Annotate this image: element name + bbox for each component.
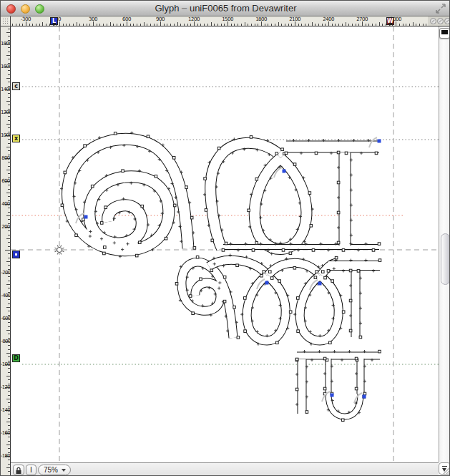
on-curve-point[interactable]	[337, 241, 340, 244]
ruler-option-icon-1[interactable]	[430, 18, 436, 24]
on-curve-point[interactable]	[323, 387, 326, 390]
on-curve-point[interactable]	[337, 151, 340, 154]
on-curve-point[interactable]	[211, 239, 214, 242]
on-curve-point[interactable]	[122, 170, 124, 173]
vertical-ruler[interactable]: 18001600140012001000800600400200-200-400…	[1, 26, 11, 476]
selected-point[interactable]	[363, 395, 366, 399]
on-curve-point[interactable]	[210, 269, 213, 272]
on-curve-point[interactable]	[329, 341, 332, 344]
on-curve-point[interactable]	[185, 186, 188, 189]
on-curve-point[interactable]	[200, 278, 202, 281]
on-curve-point[interactable]	[114, 132, 117, 135]
on-curve-point[interactable]	[193, 247, 196, 250]
on-curve-point[interactable]	[270, 277, 273, 280]
on-curve-point[interactable]	[217, 147, 220, 150]
lock-button[interactable]	[13, 465, 24, 475]
on-curve-point[interactable]	[250, 136, 253, 139]
ruler-option-icon-3[interactable]	[444, 18, 450, 24]
on-curve-point[interactable]	[244, 330, 247, 333]
on-curve-point[interactable]	[147, 135, 150, 138]
on-curve-point[interactable]	[314, 276, 317, 279]
on-curve-point[interactable]	[260, 274, 263, 277]
on-curve-point[interactable]	[172, 157, 175, 160]
on-curve-point[interactable]	[281, 148, 284, 151]
on-curve-point[interactable]	[255, 242, 258, 245]
on-curve-point[interactable]	[175, 283, 178, 286]
on-curve-point[interactable]	[138, 241, 141, 244]
on-curve-point[interactable]	[84, 145, 87, 147]
selected-point[interactable]	[378, 140, 381, 143]
on-curve-point[interactable]	[335, 256, 338, 259]
on-curve-point[interactable]	[378, 259, 381, 262]
glyph-outline-drawing[interactable]	[11, 26, 439, 462]
on-curve-point[interactable]	[375, 152, 378, 155]
on-curve-point[interactable]	[323, 357, 326, 360]
on-curve-point[interactable]	[359, 336, 362, 339]
baseline-marker[interactable]	[12, 251, 20, 258]
on-curve-point[interactable]	[315, 152, 318, 155]
descender-marker[interactable]: D	[12, 354, 20, 362]
selected-point[interactable]	[265, 281, 269, 285]
selected-point[interactable]	[318, 282, 322, 286]
on-curve-point[interactable]	[357, 270, 360, 273]
title-bar[interactable]: Glyph – uniF0065 from Devawriter	[1, 1, 450, 16]
on-curve-point[interactable]	[331, 280, 334, 283]
edit-mode-button[interactable]: I	[26, 465, 36, 475]
on-curve-point[interactable]	[255, 178, 258, 180]
on-curve-point[interactable]	[349, 329, 352, 332]
on-curve-point[interactable]	[263, 271, 265, 273]
on-curve-point[interactable]	[310, 224, 313, 227]
on-curve-point[interactable]	[337, 211, 340, 214]
on-curve-point[interactable]	[316, 271, 318, 273]
on-curve-point[interactable]	[103, 246, 106, 249]
on-curve-point[interactable]	[165, 237, 167, 240]
on-curve-point[interactable]	[297, 297, 300, 300]
on-curve-point[interactable]	[189, 295, 192, 298]
on-curve-point[interactable]	[155, 175, 157, 178]
on-curve-point[interactable]	[349, 299, 352, 302]
on-curve-point[interactable]	[225, 242, 228, 245]
on-curve-point[interactable]	[372, 249, 375, 252]
on-curve-point[interactable]	[135, 254, 138, 257]
horizontal-ruler[interactable]: -300030060090012001500180021002400270030…	[11, 16, 428, 26]
on-curve-point[interactable]	[285, 152, 288, 155]
window-resize-grip[interactable]	[442, 467, 450, 475]
on-curve-point[interactable]	[276, 341, 279, 344]
on-curve-point[interactable]	[141, 205, 144, 208]
properties-panel-icon[interactable]	[439, 28, 450, 39]
on-curve-point[interactable]	[312, 249, 315, 252]
on-curve-point[interactable]	[233, 306, 236, 309]
on-curve-point[interactable]	[248, 209, 250, 212]
selected-point[interactable]	[84, 215, 88, 219]
on-curve-point[interactable]	[275, 152, 278, 155]
on-curve-point[interactable]	[297, 330, 300, 333]
ruler-option-icon-2[interactable]	[437, 18, 444, 24]
selected-point[interactable]	[283, 170, 286, 173]
on-curve-point[interactable]	[237, 336, 240, 339]
on-curve-point[interactable]	[282, 249, 285, 252]
on-curve-point[interactable]	[192, 312, 195, 315]
on-curve-point[interactable]	[337, 181, 340, 184]
on-curve-point[interactable]	[103, 252, 106, 255]
on-curve-point[interactable]	[196, 256, 199, 258]
x-height-marker[interactable]: x	[12, 135, 20, 142]
on-curve-point[interactable]	[268, 271, 271, 273]
on-curve-point[interactable]	[293, 266, 296, 269]
on-curve-point[interactable]	[223, 276, 226, 278]
on-curve-point[interactable]	[204, 178, 207, 180]
on-curve-point[interactable]	[61, 204, 64, 207]
vertical-scrollbar[interactable]	[439, 26, 450, 462]
on-curve-point[interactable]	[91, 185, 94, 188]
on-curve-point[interactable]	[205, 209, 207, 212]
on-curve-point[interactable]	[355, 357, 358, 360]
on-curve-point[interactable]	[324, 276, 327, 279]
on-curve-point[interactable]	[252, 249, 255, 252]
on-curve-point[interactable]	[321, 271, 324, 273]
on-curve-point[interactable]	[378, 350, 381, 353]
cap-height-marker[interactable]: c	[12, 82, 20, 90]
on-curve-point[interactable]	[295, 358, 298, 361]
on-curve-point[interactable]	[278, 280, 281, 283]
selected-point[interactable]	[331, 394, 334, 397]
ruler-origin-box[interactable]	[1, 16, 11, 26]
vertical-scrollbar-thumb[interactable]	[441, 233, 450, 285]
